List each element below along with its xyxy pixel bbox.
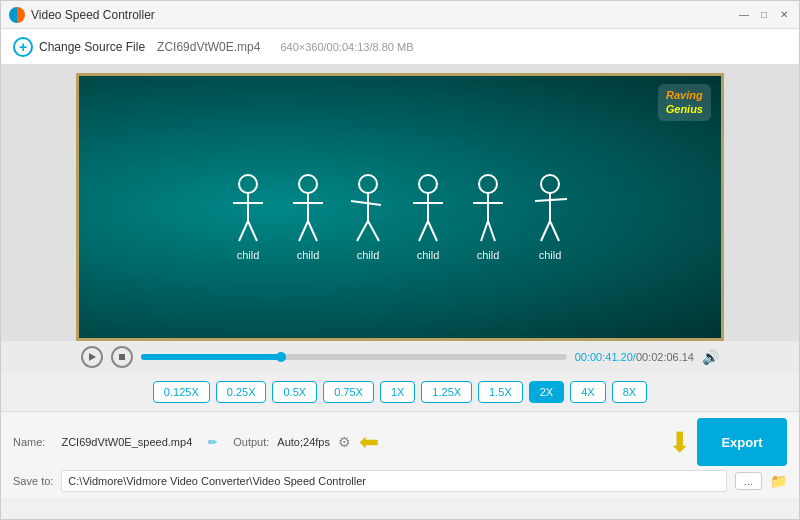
titlebar-left: Video Speed Controller xyxy=(9,7,155,23)
svg-line-29 xyxy=(550,221,559,241)
child-label-6: child xyxy=(539,249,562,261)
speed-button-2x[interactable]: 2X xyxy=(529,381,564,403)
speed-button-0125x[interactable]: 0.125X xyxy=(153,381,210,403)
close-button[interactable]: ✕ xyxy=(777,8,791,22)
svg-point-0 xyxy=(239,175,257,193)
output-section: Output: Auto;24fps ⚙ ⬅ xyxy=(233,428,379,456)
progress-bar[interactable] xyxy=(141,354,567,360)
bottom-bar: Name: ZCI69dVtW0E_speed.mp4 ✏ Output: Au… xyxy=(1,411,799,498)
speed-button-125x[interactable]: 1.25X xyxy=(421,381,472,403)
speed-bar: 0.125X0.25X0.5X0.75X1X1.25X1.5X2X4X8X xyxy=(1,373,799,411)
output-label: Output: xyxy=(233,436,269,448)
open-folder-icon[interactable]: 📁 xyxy=(770,473,787,489)
speed-button-8x[interactable]: 8X xyxy=(612,381,647,403)
speed-button-15x[interactable]: 1.5X xyxy=(478,381,523,403)
name-label: Name: xyxy=(13,436,45,448)
child-figure-2: child xyxy=(285,173,331,261)
add-icon: + xyxy=(13,37,33,57)
down-arrow-icon: ⬇ xyxy=(668,426,691,459)
current-time-value: 00:00:41.20 xyxy=(575,351,633,363)
edit-icon[interactable]: ✏ xyxy=(208,436,217,449)
svg-line-8 xyxy=(299,221,308,241)
svg-point-25 xyxy=(541,175,559,193)
speed-button-4x[interactable]: 4X xyxy=(570,381,605,403)
total-time-value: 00:02:06.14 xyxy=(636,351,694,363)
child-figure-1: child xyxy=(225,173,271,261)
play-button[interactable] xyxy=(81,346,103,368)
stop-button[interactable] xyxy=(111,346,133,368)
save-path-input[interactable] xyxy=(61,470,726,492)
video-frame: Raving Genius child xyxy=(76,73,724,341)
watermark-line1: Raving xyxy=(666,88,703,102)
children-animation: child child xyxy=(225,173,575,261)
file-meta: 640×360/00:04:13/8.80 MB xyxy=(280,41,413,53)
stick-figure-svg-3 xyxy=(345,173,391,243)
titlebar-title: Video Speed Controller xyxy=(31,8,155,22)
svg-line-13 xyxy=(357,221,368,241)
change-source-button[interactable]: + Change Source File xyxy=(13,37,145,57)
child-label-5: child xyxy=(477,249,500,261)
svg-point-20 xyxy=(479,175,497,193)
export-button[interactable]: Export xyxy=(697,418,787,466)
volume-icon[interactable]: 🔊 xyxy=(702,349,719,365)
stick-figure-svg-1 xyxy=(225,173,271,243)
svg-point-5 xyxy=(299,175,317,193)
current-time: 00:00:41.20/00:02:06.14 xyxy=(575,351,694,363)
change-source-label: Change Source File xyxy=(39,40,145,54)
minimize-button[interactable]: — xyxy=(737,8,751,22)
svg-line-27 xyxy=(535,199,567,201)
output-value: Auto;24fps xyxy=(277,436,330,448)
speed-button-025x[interactable]: 0.25X xyxy=(216,381,267,403)
svg-point-10 xyxy=(359,175,377,193)
browse-button[interactable]: ... xyxy=(735,472,762,490)
speed-button-1x[interactable]: 1X xyxy=(380,381,415,403)
child-label-1: child xyxy=(237,249,260,261)
svg-line-4 xyxy=(248,221,257,241)
svg-line-24 xyxy=(488,221,495,241)
svg-rect-31 xyxy=(119,354,125,360)
toolbar: + Change Source File ZCI69dVtW0E.mp4 640… xyxy=(1,29,799,65)
stick-figure-svg-6 xyxy=(525,173,575,243)
svg-line-14 xyxy=(368,221,379,241)
name-value: ZCI69dVtW0E_speed.mp4 xyxy=(61,436,192,448)
file-name: ZCI69dVtW0E.mp4 xyxy=(157,40,260,54)
child-figure-4: child xyxy=(405,173,451,261)
stick-figure-svg-2 xyxy=(285,173,331,243)
bottom-row2: Save to: ... 📁 xyxy=(13,470,787,492)
child-figure-6: child xyxy=(525,173,575,261)
left-arrow-icon: ⬅ xyxy=(359,428,379,456)
app-logo xyxy=(9,7,25,23)
progress-fill xyxy=(141,354,281,360)
save-label: Save to: xyxy=(13,475,53,487)
video-container: Raving Genius child xyxy=(1,65,799,341)
speed-button-075x[interactable]: 0.75X xyxy=(323,381,374,403)
titlebar-controls: — □ ✕ xyxy=(737,8,791,22)
settings-gear-icon[interactable]: ⚙ xyxy=(338,434,351,450)
maximize-button[interactable]: □ xyxy=(757,8,771,22)
svg-marker-30 xyxy=(89,353,96,361)
child-figure-5: child xyxy=(465,173,511,261)
child-label-2: child xyxy=(297,249,320,261)
stick-figure-svg-4 xyxy=(405,173,451,243)
bottom-row1: Name: ZCI69dVtW0E_speed.mp4 ✏ Output: Au… xyxy=(13,418,787,466)
child-label-4: child xyxy=(417,249,440,261)
titlebar: Video Speed Controller — □ ✕ xyxy=(1,1,799,29)
watermark-line2: Genius xyxy=(666,102,703,116)
progress-thumb[interactable] xyxy=(276,352,286,362)
playback-bar: 00:00:41.20/00:02:06.14 🔊 xyxy=(1,341,799,373)
video-watermark: Raving Genius xyxy=(658,84,711,121)
svg-line-3 xyxy=(239,221,248,241)
svg-line-28 xyxy=(541,221,550,241)
child-figure-3: child xyxy=(345,173,391,261)
speed-button-05x[interactable]: 0.5X xyxy=(272,381,317,403)
svg-point-15 xyxy=(419,175,437,193)
svg-line-18 xyxy=(419,221,428,241)
svg-line-9 xyxy=(308,221,317,241)
svg-line-19 xyxy=(428,221,437,241)
child-label-3: child xyxy=(357,249,380,261)
svg-line-23 xyxy=(481,221,488,241)
stick-figure-svg-5 xyxy=(465,173,511,243)
svg-line-12 xyxy=(351,201,381,205)
